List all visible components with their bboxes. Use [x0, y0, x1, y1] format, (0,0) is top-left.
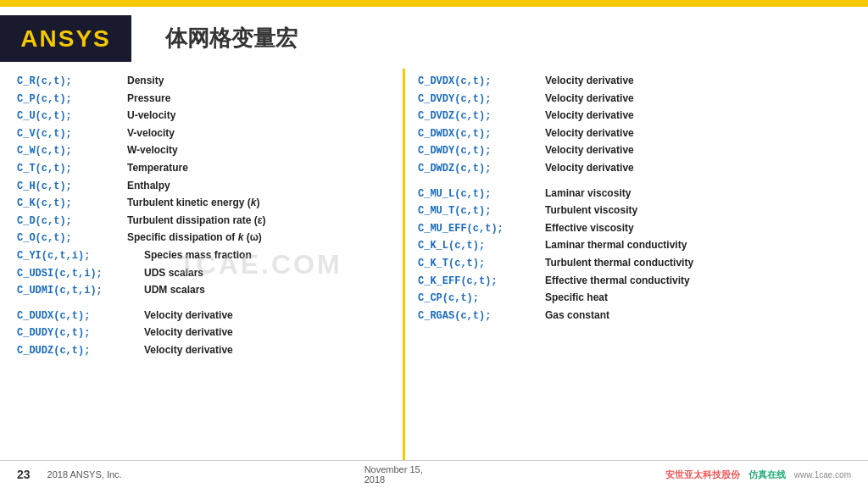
var-desc: Pressure [127, 91, 170, 107]
var-code: C_DWDX(c,t); [418, 126, 545, 142]
var-code: C_T(c,t); [17, 161, 127, 177]
list-item: C_DUDX(c,t); Velocity derivative [17, 308, 390, 324]
logo: ANSYS [20, 25, 110, 53]
var-code: C_DWDZ(c,t); [418, 161, 545, 177]
list-item: C_U(c,t); U-velocity [17, 108, 390, 125]
list-item: C_K_L(c,t); Laminar thermal conductivity [418, 237, 843, 254]
list-item: C_DVDZ(c,t); Velocity derivative [418, 108, 843, 125]
var-code: C_O(c,t); [17, 230, 127, 247]
header: ANSYS 体网格变量宏 [0, 7, 868, 69]
list-item: C_YI(c,t,i); Species mass fraction [17, 247, 390, 264]
list-item: C_DVDX(c,t); Velocity derivative [418, 73, 843, 90]
list-item: C_UDSI(c,t,i); UDS scalars [17, 265, 390, 282]
var-desc: Velocity derivative [545, 125, 634, 141]
var-desc: Temperature [127, 160, 188, 176]
list-item: C_K(c,t); Turbulent kinetic energy (k) [17, 195, 390, 212]
list-item: C_V(c,t); V-velocity [17, 125, 390, 142]
slide: ANSYS 体网格变量宏 C_R(c,t); Density C_P(c,t);… [0, 0, 868, 488]
list-item: C_MU_L(c,t); Laminar viscosity [418, 186, 843, 202]
var-code: C_YI(c,t,i); [17, 248, 144, 264]
var-desc: Laminar viscosity [545, 186, 631, 202]
footer-center: November 15, 2018 [364, 464, 423, 485]
var-desc: Turbulent dissipation rate (ε) [127, 213, 265, 229]
list-item: C_K_EFF(c,t); Effective thermal conducti… [418, 273, 843, 290]
footer-left: 23 2018 ANSYS, Inc. [17, 468, 122, 481]
var-code: C_W(c,t); [17, 143, 127, 159]
date: November 15, 2018 [364, 464, 423, 485]
var-code: C_K_EFF(c,t); [418, 274, 545, 290]
var-desc: Velocity derivative [545, 73, 634, 89]
var-desc: Density [127, 73, 164, 89]
var-code: C_U(c,t); [17, 108, 127, 125]
brand-cn2: 仿真在线 [748, 469, 786, 481]
var-code: C_DWDY(c,t); [418, 143, 545, 159]
list-item: C_CP(c,t); Specific heat [418, 290, 843, 307]
slide-title: 体网格变量宏 [165, 25, 298, 51]
list-item: C_R(c,t); Density [17, 73, 390, 90]
list-item: C_DWDY(c,t); Velocity derivative [418, 142, 843, 159]
title-area: 体网格变量宏 [131, 24, 851, 53]
var-desc: U-velocity [127, 108, 175, 124]
var-code: C_P(c,t); [17, 92, 127, 108]
var-code: C_H(c,t); [17, 179, 127, 195]
var-desc: Velocity derivative [545, 160, 634, 176]
var-code: C_DUDZ(c,t); [17, 343, 144, 359]
var-code: C_DUDX(c,t); [17, 308, 144, 324]
var-code: C_DUDY(c,t); [17, 325, 144, 341]
list-item: C_D(c,t); Turbulent dissipation rate (ε) [17, 213, 390, 230]
var-code: C_MU_EFF(c,t); [418, 221, 545, 237]
list-item: C_T(c,t); Temperature [17, 160, 390, 177]
left-column: C_R(c,t); Density C_P(c,t); Pressure C_U… [0, 69, 398, 460]
page-number: 23 [17, 468, 31, 481]
spacer [418, 178, 843, 185]
list-item: C_DVDY(c,t); Velocity derivative [418, 91, 843, 108]
var-code: C_DVDZ(c,t); [418, 108, 545, 125]
var-desc: Gas constant [545, 308, 609, 324]
column-divider [403, 69, 405, 460]
var-desc: Effective thermal conductivity [545, 273, 690, 289]
var-code: C_UDMI(c,t,i); [17, 283, 144, 299]
top-bar [0, 0, 868, 7]
spacer [17, 300, 390, 307]
company-name: 2018 ANSYS, Inc. [47, 469, 122, 480]
logo-area: ANSYS [0, 15, 131, 62]
var-desc: Specific dissipation of k (ω) [127, 230, 262, 246]
var-desc: Velocity derivative [144, 342, 233, 358]
var-desc: V-velocity [127, 125, 175, 141]
footer: 23 2018 ANSYS, Inc. November 15, 2018 安世… [0, 460, 868, 488]
var-desc: Species mass fraction [144, 247, 252, 263]
right-column: C_DVDX(c,t); Velocity derivative C_DVDY(… [409, 69, 851, 460]
list-item: C_DWDX(c,t); Velocity derivative [418, 125, 843, 142]
var-code: C_D(c,t); [17, 214, 127, 230]
list-item: C_DUDZ(c,t); Velocity derivative [17, 342, 390, 359]
var-desc: Velocity derivative [144, 324, 233, 341]
var-code: C_K_T(c,t); [418, 256, 545, 272]
var-desc: Velocity derivative [545, 108, 634, 124]
var-desc: Turbulent kinetic energy (k) [127, 195, 260, 211]
var-code: C_UDSI(c,t,i); [17, 266, 144, 282]
var-code: C_DVDY(c,t); [418, 92, 545, 108]
var-desc: W-velocity [127, 142, 178, 158]
var-code: C_V(c,t); [17, 126, 127, 142]
var-code: C_K(c,t); [17, 196, 127, 212]
var-desc: Effective viscosity [545, 220, 634, 236]
var-desc: Velocity derivative [144, 308, 233, 324]
list-item: C_RGAS(c,t); Gas constant [418, 308, 843, 324]
list-item: C_DWDZ(c,t); Velocity derivative [418, 160, 843, 177]
var-desc: Turbulent thermal conductivity [545, 255, 693, 271]
var-code: C_RGAS(c,t); [418, 308, 545, 324]
website: www.1cae.com [794, 470, 851, 480]
var-desc: Laminar thermal conductivity [545, 237, 687, 253]
var-code: C_K_L(c,t); [418, 238, 545, 254]
var-desc: Turbulent viscosity [545, 202, 637, 219]
var-code: C_CP(c,t); [418, 291, 545, 307]
var-desc: Specific heat [545, 290, 608, 306]
list-item: C_MU_EFF(c,t); Effective viscosity [418, 220, 843, 237]
var-desc: UDM scalars [144, 282, 205, 298]
var-desc: UDS scalars [144, 265, 203, 281]
brand-cn: 安世亚太科技股份 [665, 469, 740, 481]
content: C_R(c,t); Density C_P(c,t); Pressure C_U… [0, 69, 868, 460]
list-item: C_K_T(c,t); Turbulent thermal conductivi… [418, 255, 843, 272]
list-item: C_H(c,t); Enthalpy [17, 178, 390, 195]
list-item: C_W(c,t); W-velocity [17, 142, 390, 159]
